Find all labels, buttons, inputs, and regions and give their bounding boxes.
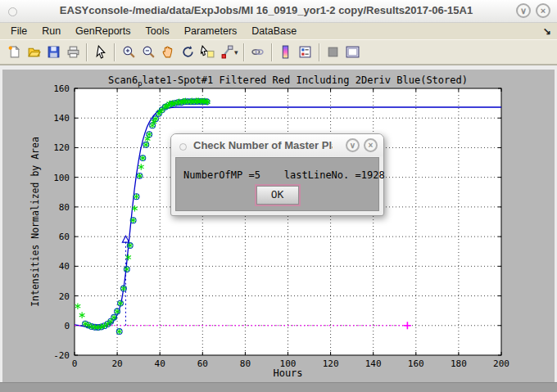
dialog-close-button[interactable]: × (364, 138, 378, 152)
dialog-titlebar[interactable]: Check Number of Master Pla ∨ × (171, 134, 383, 156)
dialog-title: Check Number of Master Pla (193, 139, 333, 151)
menu-item-file[interactable]: File (3, 24, 34, 38)
svg-text:100: 100 (53, 173, 70, 183)
rotate-3d-icon[interactable] (178, 42, 197, 62)
pan-icon[interactable] (158, 42, 178, 62)
window-menu-icon[interactable] (8, 7, 17, 16)
toolbar-separator (86, 43, 88, 61)
save-figure-icon[interactable] (43, 42, 63, 62)
dialog-message: NumberOfMP =5 lastLineNo. =1928 (183, 169, 385, 181)
zoom-out-icon[interactable] (138, 42, 158, 62)
menu-item-database[interactable]: DataBase (244, 24, 304, 38)
y-axis-label: Intensities Normalized by Area (29, 137, 41, 307)
x-axis-label: Hours (75, 367, 501, 379)
menu-item-genreports[interactable]: GenReports (68, 24, 138, 38)
link-plots-icon[interactable] (248, 42, 268, 62)
window-close-button[interactable]: × (536, 3, 550, 18)
dialog-shade-button[interactable]: ∨ (346, 138, 360, 152)
check-number-dialog: Check Number of Master Pla ∨ × NumberOfM… (170, 133, 384, 216)
window-bottom-edge (0, 382, 557, 392)
window-titlebar[interactable]: EASYconsole-/media/data/ExpJobs/MI 16_09… (0, 0, 557, 23)
svg-text:160: 160 (53, 83, 70, 94)
menu-bar: FileRunGenReportsToolsParametersDataBase (0, 23, 557, 39)
svg-text:0: 0 (64, 321, 70, 331)
menu-item-run[interactable]: Run (34, 24, 68, 38)
window-title: EASYconsole-/media/data/ExpJobs/MI 16_09… (33, 4, 500, 16)
svg-text:-20: -20 (53, 350, 70, 361)
new-document-icon[interactable] (4, 42, 24, 62)
hide-plot-tools-icon[interactable] (324, 42, 343, 62)
menu-item-tools[interactable]: Tools (138, 24, 177, 38)
menu-item-parameters[interactable]: Parameters (177, 24, 245, 38)
toolbar: ▾ (0, 39, 557, 65)
svg-text:120: 120 (53, 142, 70, 153)
toolbar-separator (271, 43, 273, 61)
print-figure-icon[interactable] (63, 42, 83, 62)
toolbar-separator (114, 43, 115, 61)
toolbar-separator (319, 43, 320, 61)
toolbar-separator (243, 43, 245, 61)
window-shade-button[interactable]: ∨ (516, 3, 531, 18)
plot-area[interactable]: 020406080100120140160180200-200204060801… (2, 70, 553, 382)
show-plot-tools-icon[interactable] (343, 42, 363, 62)
insert-colorbar-icon[interactable] (276, 42, 296, 62)
ok-button[interactable]: OK (256, 186, 299, 205)
data-cursor-icon[interactable] (197, 42, 217, 62)
dialog-body: NumberOfMP =5 lastLineNo. =1928 OK (175, 157, 379, 211)
open-file-icon[interactable] (24, 42, 43, 62)
zoom-in-icon[interactable] (119, 42, 138, 62)
dock-figure-icon[interactable]: ↘ (543, 25, 551, 37)
figure-canvas: Scan6plate1-Spot#1 Filtered Red Includin… (2, 70, 555, 382)
application-window: EASYconsole-/media/data/ExpJobs/MI 16_09… (0, 0, 557, 392)
svg-text:80: 80 (59, 202, 70, 213)
insert-legend-icon[interactable] (296, 42, 315, 62)
svg-text:40: 40 (59, 261, 70, 272)
chart-title: Scan6plate1-Spot#1 Filtered Red Includin… (75, 74, 501, 88)
svg-text:60: 60 (59, 232, 70, 242)
brush-dropdown-caret-icon[interactable]: ▾ (234, 48, 238, 56)
edit-pointer-icon[interactable] (91, 42, 111, 62)
svg-text:140: 140 (53, 113, 70, 124)
svg-text:20: 20 (59, 291, 70, 302)
dialog-menu-icon[interactable] (179, 143, 187, 151)
